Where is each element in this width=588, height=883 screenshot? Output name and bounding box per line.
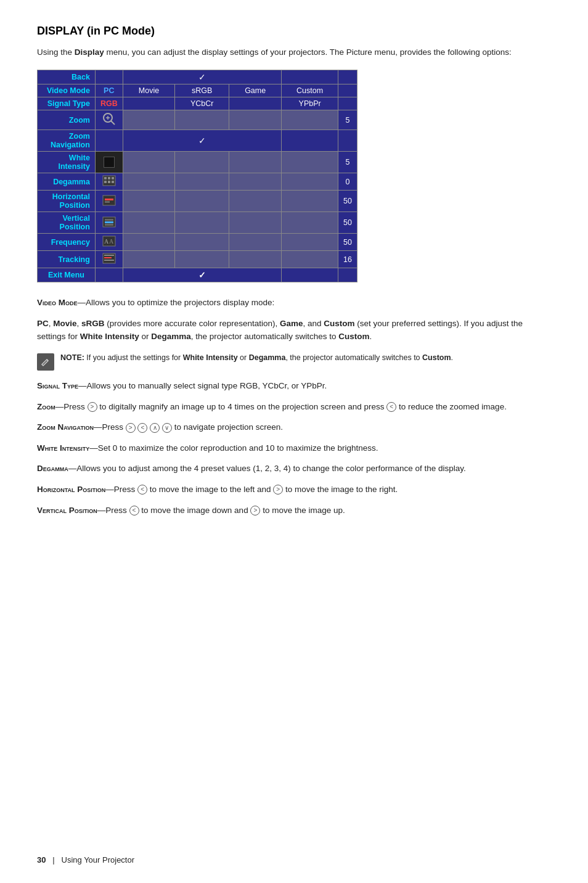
degamma-icon bbox=[102, 175, 116, 186]
svg-rect-22 bbox=[104, 255, 114, 256]
label-video-mode: Video Mode bbox=[37, 298, 78, 307]
note-text-content: NOTE: If you adjust the settings for Whi… bbox=[60, 352, 453, 364]
section-video-mode-title: Video Mode—Allows you to optimize the pr… bbox=[37, 296, 551, 310]
row-label-back: Back bbox=[38, 70, 96, 84]
label-zoom: Zoom bbox=[37, 402, 55, 411]
svg-rect-9 bbox=[108, 181, 110, 183]
table-row-tracking: Tracking 16 bbox=[38, 251, 357, 268]
left-btn-vp: < bbox=[129, 506, 139, 515]
horizontal-position-icon bbox=[102, 195, 116, 206]
table-row-signal-type: Signal Type RGB YCbCr YPbPr bbox=[38, 97, 357, 110]
note-icon bbox=[37, 353, 54, 371]
pencil-note-icon bbox=[39, 356, 52, 368]
page-number: 30 bbox=[37, 855, 46, 865]
label-degamma: Degamma bbox=[37, 464, 68, 473]
label-zoom-nav: Zoom Navigation bbox=[37, 422, 94, 432]
section-video-mode-detail: PC, Movie, sRGB (provides more accurate … bbox=[37, 317, 551, 343]
table-row-frequency: Frequency A A 50 bbox=[38, 234, 357, 251]
label-horizontal-position: Horizontal Position bbox=[37, 485, 105, 494]
table-row-zoom-nav: Zoom Navigation ✓ bbox=[38, 130, 357, 152]
table-row-white-intensity: White Intensity 5 bbox=[38, 152, 357, 173]
section-degamma: Degamma—Allows you to adjust among the 4… bbox=[37, 462, 551, 475]
svg-text:A: A bbox=[104, 238, 109, 245]
svg-text:A: A bbox=[109, 238, 114, 245]
white-intensity-icon bbox=[104, 157, 115, 168]
table-row-degamma: Degamma 0 bbox=[38, 173, 357, 191]
table-row-back: Back ✓ bbox=[38, 70, 357, 84]
section-zoom: Zoom—Press > to digitally magnify an ima… bbox=[37, 400, 551, 414]
footer-text: Using Your Projector bbox=[62, 855, 135, 865]
svg-rect-5 bbox=[104, 177, 107, 179]
note-box: NOTE: If you adjust the settings for Whi… bbox=[37, 352, 551, 371]
intro-text: Using the Display menu, you can adjust t… bbox=[37, 46, 551, 59]
svg-rect-23 bbox=[104, 257, 112, 258]
nav-down-btn: ∨ bbox=[162, 423, 172, 433]
page-footer: 30 | Using Your Projector bbox=[37, 855, 134, 865]
nav-left-btn: < bbox=[137, 423, 147, 433]
tracking-icon bbox=[102, 253, 116, 264]
svg-rect-17 bbox=[105, 224, 113, 226]
section-horizontal-position: Horizontal Position—Press < to move the … bbox=[37, 483, 551, 496]
table-row-video-mode: Video Mode PC Movie sRGB Game Custom bbox=[38, 84, 357, 97]
nav-up-btn: ∧ bbox=[150, 423, 160, 433]
frequency-icon: A A bbox=[102, 236, 116, 247]
svg-rect-8 bbox=[104, 181, 107, 183]
table-row-zoom: Zoom 5 bbox=[38, 110, 357, 130]
table-row-exit-menu: Exit Menu ✓ bbox=[38, 268, 357, 282]
table-row-horizontal-position: Horizontal Position 50 bbox=[38, 191, 357, 212]
left-btn-hp: < bbox=[137, 485, 147, 495]
label-white-intensity: White Intensity bbox=[37, 443, 89, 453]
svg-rect-16 bbox=[105, 221, 113, 223]
section-vertical-position: Vertical Position—Press < to move the im… bbox=[37, 504, 551, 517]
svg-rect-13 bbox=[105, 201, 110, 203]
svg-rect-25 bbox=[39, 356, 52, 368]
section-white-intensity: White Intensity—Set 0 to maximize the co… bbox=[37, 442, 551, 455]
label-vertical-position: Vertical Position bbox=[37, 506, 97, 515]
vertical-position-icon bbox=[102, 216, 116, 228]
right-arrow-btn: > bbox=[88, 402, 97, 412]
svg-line-1 bbox=[111, 121, 115, 125]
zoom-icon bbox=[102, 112, 116, 126]
right-btn-vp: > bbox=[250, 506, 260, 515]
page-title: DISPLAY (in PC Mode) bbox=[37, 25, 551, 38]
section-zoom-nav: Zoom Navigation—Press > < ∧ ∨ to navigat… bbox=[37, 421, 551, 434]
nav-right-btn: > bbox=[126, 423, 136, 433]
svg-rect-12 bbox=[105, 199, 113, 200]
label-signal-type: Signal Type bbox=[37, 381, 78, 390]
svg-rect-24 bbox=[104, 260, 114, 261]
svg-rect-7 bbox=[112, 177, 114, 179]
section-signal-type: Signal Type—Allows you to manually selec… bbox=[37, 379, 551, 393]
svg-rect-10 bbox=[112, 181, 114, 183]
menu-table: Back ✓ Video Mode PC Movie sRGB Game Cus… bbox=[37, 70, 357, 282]
left-arrow-btn: < bbox=[386, 402, 396, 412]
svg-rect-6 bbox=[108, 177, 110, 179]
svg-rect-15 bbox=[105, 219, 113, 221]
table-row-vertical-position: Vertical Position 50 bbox=[38, 212, 357, 234]
right-btn-hp: > bbox=[273, 485, 283, 495]
